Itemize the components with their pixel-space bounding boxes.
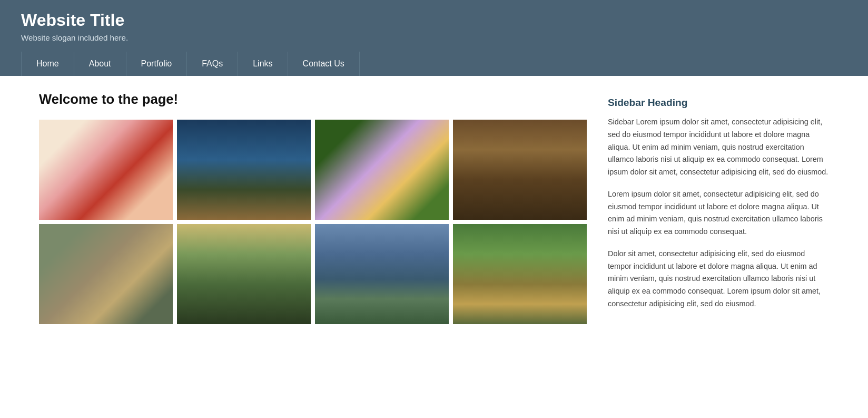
gallery-image (315, 224, 449, 324)
gallery-image (177, 224, 311, 324)
nav-item-portfolio[interactable]: Portfolio (126, 52, 188, 76)
sidebar-paragraph: Sidebar Lorem ipsum dolor sit amet, cons… (608, 116, 829, 179)
gallery-image (177, 120, 311, 220)
site-slogan: Website slogan included here. (21, 33, 847, 42)
main-nav: HomeAboutPortfolioFAQsLinksContact Us (21, 52, 847, 76)
gallery-image (39, 120, 173, 220)
gallery-image (453, 224, 587, 324)
nav-item-faqs[interactable]: FAQs (187, 52, 238, 76)
gallery-image (39, 224, 173, 324)
site-header: Website Title Website slogan included he… (0, 0, 868, 76)
image-grid (39, 120, 587, 324)
nav-item-home[interactable]: Home (21, 52, 74, 76)
nav-item-contact-us[interactable]: Contact Us (288, 52, 360, 76)
nav-item-links[interactable]: Links (238, 52, 288, 76)
nav-item-about[interactable]: About (74, 52, 126, 76)
gallery-image (315, 120, 449, 220)
sidebar-paragraph: Lorem ipsum dolor sit amet, consectetur … (608, 188, 829, 238)
content-wrapper: Welcome to the page! Sidebar Heading Sid… (18, 76, 850, 340)
page-heading: Welcome to the page! (39, 92, 587, 107)
sidebar-heading: Sidebar Heading (608, 97, 829, 109)
sidebar-paragraph: Dolor sit amet, consectetur adipisicing … (608, 248, 829, 310)
main-content: Welcome to the page! (39, 92, 587, 324)
site-title: Website Title (21, 11, 847, 30)
gallery-image (453, 120, 587, 220)
sidebar: Sidebar Heading Sidebar Lorem ipsum dolo… (608, 92, 829, 324)
